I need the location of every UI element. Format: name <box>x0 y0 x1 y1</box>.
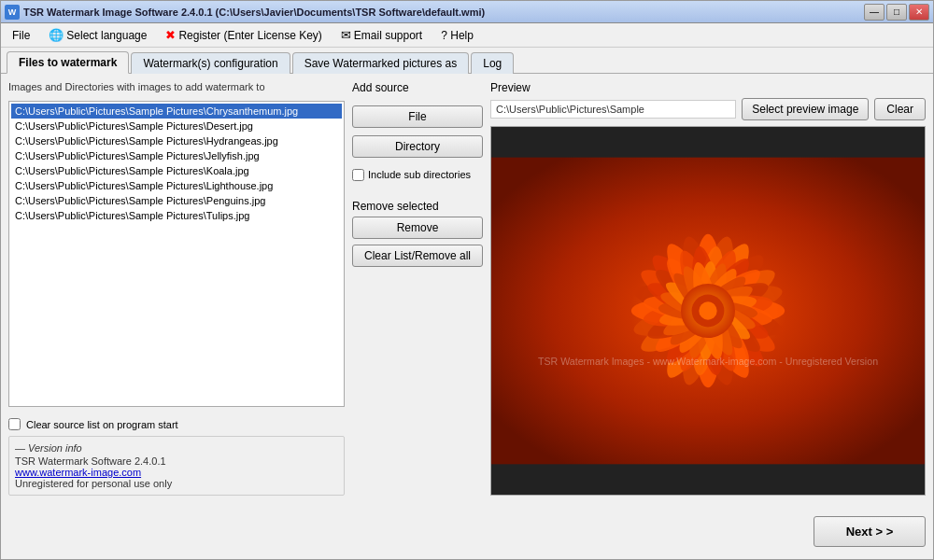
menu-help-label: ? Help <box>441 29 474 42</box>
svg-point-39 <box>699 301 716 319</box>
minimize-button[interactable]: — <box>864 4 884 21</box>
right-panel: Preview C:\Users\Public\Pictures\Sample … <box>490 81 926 496</box>
version-group-label: — Version info <box>15 442 338 454</box>
preview-image: TSR Watermark Images - www.Watermark-ima… <box>491 127 925 495</box>
include-sub-checkbox[interactable] <box>352 169 364 181</box>
app-icon: W <box>5 5 20 20</box>
add-source-label: Add source <box>352 81 483 94</box>
website-link[interactable]: www.watermark-image.com <box>15 467 338 478</box>
window-title: TSR Watermark Image Software 2.4.0.1 (C:… <box>23 7 864 18</box>
include-sub-row: Include sub directories <box>352 169 483 181</box>
bottom-options: Clear source list on program start — Ver… <box>8 418 345 496</box>
preview-image-container: TSR Watermark Images - www.Watermark-ima… <box>490 126 926 496</box>
clear-on-start-row: Clear source list on program start <box>8 418 345 430</box>
next-button[interactable]: Next > > <box>814 516 926 547</box>
file-item[interactable]: C:\Users\Public\Pictures\Sample Pictures… <box>11 119 342 133</box>
menu-help[interactable]: ? Help <box>433 26 481 45</box>
file-list-label: Images and Directories with images to ad… <box>8 81 345 92</box>
tab-save[interactable]: Save Watermarked pictures as <box>292 52 470 74</box>
clear-preview-button[interactable]: Clear <box>874 98 926 120</box>
left-panel: Images and Directories with images to ad… <box>8 81 345 496</box>
remove-button[interactable]: Remove <box>352 217 483 239</box>
version-info-box: — Version infoTSR Watermark Software 2.4… <box>8 436 345 496</box>
file-item[interactable]: C:\Users\Public\Pictures\Sample Pictures… <box>11 208 342 223</box>
license-text: Unregistered for personal use only <box>15 478 338 489</box>
file-item[interactable]: C:\Users\Public\Pictures\Sample Pictures… <box>11 104 342 119</box>
file-item[interactable]: C:\Users\Public\Pictures\Sample Pictures… <box>11 193 342 208</box>
clear-on-start-checkbox[interactable] <box>8 418 21 430</box>
window-controls: — □ ✕ <box>864 4 929 21</box>
preview-path-display: C:\Users\Public\Pictures\Sample <box>490 100 736 119</box>
file-item[interactable]: C:\Users\Public\Pictures\Sample Pictures… <box>11 133 342 148</box>
menu-language-label: Select language <box>66 29 147 42</box>
select-preview-image-button[interactable]: Select preview image <box>742 98 869 120</box>
remove-section: Remove selected Remove Clear List/Remove… <box>352 200 483 267</box>
menu-email[interactable]: ✉ Email support <box>333 25 430 45</box>
main-window: W TSR Watermark Image Software 2.4.0.1 (… <box>0 0 934 560</box>
maximize-button[interactable]: □ <box>886 4 907 21</box>
file-list-box[interactable]: C:\Users\Public\Pictures\Sample Pictures… <box>8 101 345 407</box>
close-button[interactable]: ✕ <box>909 4 929 21</box>
file-item[interactable]: C:\Users\Public\Pictures\Sample Pictures… <box>11 178 342 193</box>
menu-file[interactable]: File <box>5 26 37 45</box>
file-item[interactable]: C:\Users\Public\Pictures\Sample Pictures… <box>11 148 342 163</box>
menu-bar: File 🌐 Select language ✖ Register (Enter… <box>1 23 933 48</box>
menu-file-label: File <box>12 29 30 42</box>
menu-register-label: Register (Enter License Key) <box>178 29 321 42</box>
bottom-bar: Next > > <box>1 503 933 559</box>
tabs-bar: Files to watermark Watermark(s) configur… <box>1 48 933 74</box>
left-panel-content: Images and Directories with images to ad… <box>8 81 345 496</box>
menu-register[interactable]: ✖ Register (Enter License Key) <box>158 25 329 45</box>
clear-on-start-label: Clear source list on program start <box>26 419 178 430</box>
middle-panel: Add source File Directory Include sub di… <box>352 81 483 496</box>
menu-language[interactable]: 🌐 Select language <box>41 25 154 45</box>
content-area: Images and Directories with images to ad… <box>1 74 933 503</box>
register-icon: ✖ <box>165 28 176 42</box>
tab-log[interactable]: Log <box>471 52 514 74</box>
watermark-overlay: TSR Watermark Images - www.Watermark-ima… <box>538 356 878 367</box>
menu-email-label: Email support <box>354 29 422 42</box>
file-button[interactable]: File <box>352 105 483 128</box>
title-bar: W TSR Watermark Image Software 2.4.0.1 (… <box>1 1 933 23</box>
clear-list-button[interactable]: Clear List/Remove all <box>352 245 483 267</box>
tab-files[interactable]: Files to watermark <box>7 51 129 74</box>
remove-selected-label: Remove selected <box>352 200 483 213</box>
file-item[interactable]: C:\Users\Public\Pictures\Sample Pictures… <box>11 163 342 178</box>
preview-label: Preview <box>490 81 926 94</box>
email-icon: ✉ <box>341 28 351 42</box>
directory-button[interactable]: Directory <box>352 135 483 158</box>
preview-path-row: C:\Users\Public\Pictures\Sample Select p… <box>490 98 926 120</box>
language-icon: 🌐 <box>49 28 64 42</box>
tab-watermarks[interactable]: Watermark(s) configuration <box>131 52 290 74</box>
include-sub-label: Include sub directories <box>368 169 471 180</box>
version-text: TSR Watermark Software 2.4.0.1 <box>15 455 338 467</box>
